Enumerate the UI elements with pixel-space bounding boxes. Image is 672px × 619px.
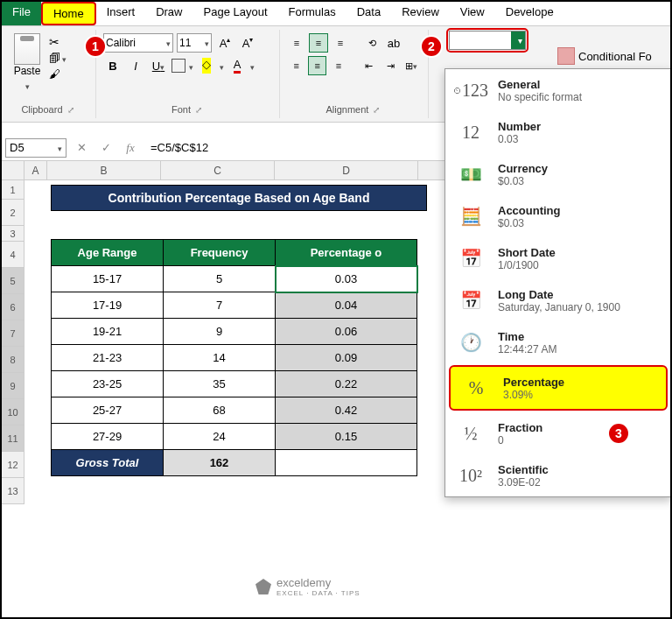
tab-insert[interactable]: Insert xyxy=(96,2,146,25)
cell[interactable]: 21-23 xyxy=(52,345,164,371)
underline-button[interactable]: U xyxy=(149,56,168,75)
cell[interactable]: 68 xyxy=(164,397,276,424)
format-percentage[interactable]: %Percentage3.09% xyxy=(449,365,668,411)
tab-home[interactable]: Home xyxy=(41,2,96,25)
align-right-button[interactable] xyxy=(329,56,347,75)
cell[interactable]: 0.42 xyxy=(276,397,417,424)
cell[interactable]: 27-29 xyxy=(52,424,164,450)
tab-formulas[interactable]: Formulas xyxy=(278,2,346,25)
row-header[interactable]: 12 xyxy=(2,452,24,478)
row-header[interactable]: 6 xyxy=(2,294,24,320)
row-header[interactable]: 10 xyxy=(2,399,24,426)
align-top-button[interactable] xyxy=(287,33,306,53)
bold-button[interactable]: B xyxy=(103,56,122,75)
align-middle-button[interactable] xyxy=(309,33,328,53)
format-time[interactable]: 🕐Time12:44:27 AM xyxy=(445,321,671,363)
cell[interactable]: 9 xyxy=(164,319,276,345)
increase-font-button[interactable]: A xyxy=(215,33,234,53)
cell[interactable] xyxy=(276,450,417,476)
fill-color-button[interactable]: ◇ xyxy=(197,56,216,75)
tab-page-layout[interactable]: Page Layout xyxy=(193,2,278,25)
general-icon: ⏲123 xyxy=(456,77,486,103)
select-all-corner[interactable] xyxy=(2,161,24,179)
th-percentage[interactable]: Percentage o xyxy=(276,240,417,266)
cut-button[interactable] xyxy=(49,35,66,49)
borders-button[interactable] xyxy=(172,59,186,73)
col-header-b[interactable]: B xyxy=(47,161,161,179)
row-header[interactable]: 5 xyxy=(2,268,24,294)
copy-button[interactable] xyxy=(49,52,66,65)
tab-data[interactable]: Data xyxy=(346,2,391,25)
dialog-launcher-icon[interactable]: ⤢ xyxy=(193,105,204,115)
col-header-a[interactable]: A xyxy=(24,161,47,179)
col-header-c[interactable]: C xyxy=(161,161,275,179)
italic-button[interactable]: I xyxy=(126,56,145,75)
th-frequency[interactable]: Frequency xyxy=(164,240,276,266)
format-general[interactable]: ⏲123GeneralNo specific format xyxy=(445,69,671,111)
fx-button[interactable]: fx xyxy=(121,141,140,155)
row-header[interactable]: 1 xyxy=(2,180,24,200)
increase-indent-button[interactable]: ⇥ xyxy=(382,56,400,75)
cell[interactable]: 23-25 xyxy=(52,371,164,397)
name-box[interactable]: D5 xyxy=(5,138,66,158)
number-format-select[interactable]: ▾ xyxy=(449,31,526,50)
format-short-date[interactable]: 📅Short Date1/0/1900 xyxy=(445,237,671,279)
total-label[interactable]: Gross Total xyxy=(52,450,164,476)
cell[interactable]: 0.09 xyxy=(276,345,417,371)
format-long-date[interactable]: 📅Long DateSaturday, January 0, 1900 xyxy=(445,279,671,321)
row-header[interactable]: 13 xyxy=(2,478,24,504)
cell[interactable]: 25-27 xyxy=(52,397,164,424)
cell[interactable]: 5 xyxy=(164,266,276,292)
tab-draw[interactable]: Draw xyxy=(145,2,192,25)
cell[interactable]: 7 xyxy=(164,292,276,319)
orientation-button[interactable]: ⟲ xyxy=(362,33,382,53)
align-center-button[interactable] xyxy=(308,56,326,75)
cell[interactable]: 0.06 xyxy=(276,319,417,345)
tab-review[interactable]: Review xyxy=(391,2,450,25)
row-header[interactable]: 9 xyxy=(2,373,24,399)
format-scientific[interactable]: 10²Scientific3.09E-02 xyxy=(445,454,671,496)
tab-developer[interactable]: Develope xyxy=(495,2,564,25)
dialog-launcher-icon[interactable]: ⤢ xyxy=(66,105,76,115)
row-header[interactable]: 11 xyxy=(2,426,24,452)
paste-button[interactable]: Paste xyxy=(7,32,47,95)
cell[interactable]: 17-19 xyxy=(52,292,164,319)
row-header[interactable]: 3 xyxy=(2,226,24,242)
cell[interactable]: 24 xyxy=(164,424,276,450)
row-header[interactable]: 4 xyxy=(2,242,24,268)
total-value[interactable]: 162 xyxy=(164,450,276,476)
conditional-formatting-button[interactable]: Conditional Fo xyxy=(557,47,652,65)
cell[interactable]: 0.15 xyxy=(276,424,417,450)
cell[interactable]: 35 xyxy=(164,371,276,397)
format-painter-button[interactable] xyxy=(49,67,66,81)
row-header[interactable]: 7 xyxy=(2,320,24,347)
format-fraction[interactable]: ½Fraction0 xyxy=(445,412,671,454)
format-currency[interactable]: 💵Currency$0.03 xyxy=(445,153,671,195)
format-accounting[interactable]: 🧮Accounting $0.03 xyxy=(445,195,671,237)
tab-file[interactable]: File xyxy=(2,2,41,25)
align-bottom-button[interactable] xyxy=(331,33,350,53)
cancel-formula-button[interactable]: ✕ xyxy=(72,141,91,154)
dialog-launcher-icon[interactable]: ⤢ xyxy=(371,105,382,115)
font-name-select[interactable]: Calibri xyxy=(103,33,173,53)
format-number[interactable]: 12Number0.03 xyxy=(445,111,671,153)
font-size-select[interactable]: 11 xyxy=(177,33,212,53)
th-age-range[interactable]: Age Range xyxy=(52,240,164,266)
align-left-button[interactable] xyxy=(287,56,305,75)
cell[interactable]: 15-17 xyxy=(52,266,164,292)
decrease-font-button[interactable]: A xyxy=(238,33,257,53)
accept-formula-button[interactable]: ✓ xyxy=(96,141,116,154)
cell[interactable]: 19-21 xyxy=(52,319,164,345)
cell[interactable]: 14 xyxy=(164,345,276,371)
row-header[interactable]: 2 xyxy=(2,200,24,226)
cell[interactable]: 0.04 xyxy=(276,292,417,319)
cell[interactable]: 0.22 xyxy=(276,371,417,397)
font-color-button[interactable]: A xyxy=(228,56,247,75)
decrease-indent-button[interactable]: ⇤ xyxy=(360,56,378,75)
active-cell[interactable]: 0.03 xyxy=(276,266,417,292)
tab-view[interactable]: View xyxy=(450,2,495,25)
wrap-text-button[interactable]: ab xyxy=(384,33,403,53)
col-header-d[interactable]: D xyxy=(275,161,418,179)
merge-button[interactable]: ⊞ xyxy=(402,56,421,75)
row-header[interactable]: 8 xyxy=(2,347,24,373)
